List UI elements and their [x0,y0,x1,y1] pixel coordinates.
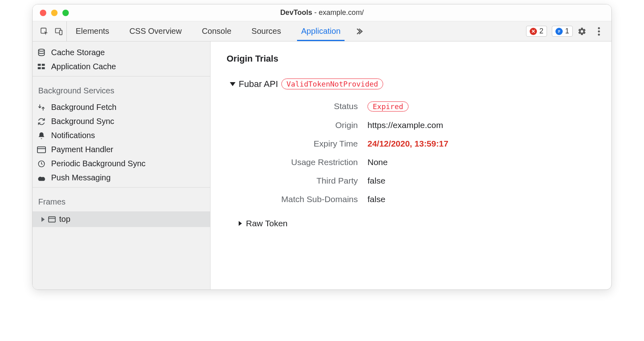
trial-details: Status Expired Origin https://example.co… [247,101,595,204]
application-sidebar: Cache Storage Application Cache Backgrou… [33,41,211,289]
sidebar-item-push-messaging[interactable]: Push Messaging [33,171,210,185]
database-icon [37,48,46,57]
label-match-subdomains: Match Sub-Domains [247,194,367,204]
error-counter[interactable]: ✕ 2 [526,26,547,37]
page-title: Origin Trials [227,54,595,64]
sidebar-item-cache-storage[interactable]: Cache Storage [33,45,210,60]
tab-console[interactable]: Console [198,21,235,41]
svg-rect-12 [42,64,45,66]
issues-icon [555,28,563,35]
svg-rect-15 [37,147,45,153]
expand-triangle-icon [41,217,45,222]
grid-icon [37,63,46,70]
value-origin: https://example.com [367,120,595,130]
sidebar-item-label: Payment Handler [51,145,114,154]
svg-rect-14 [42,67,45,69]
kebab-menu-icon[interactable] [594,27,603,36]
window-minimize-button[interactable] [51,10,58,16]
raw-token-row[interactable]: Raw Token [227,219,595,228]
sidebar-item-background-fetch[interactable]: Background Fetch [33,100,210,114]
svg-rect-6 [558,32,559,33]
frame-name: top [59,215,70,224]
sidebar-header-frames: Frames [33,190,210,211]
window-title: DevTools - example.com/ [33,8,611,17]
svg-rect-11 [38,64,41,66]
window-title-suffix: example.com/ [319,8,364,17]
sidebar-item-label: Application Cache [51,62,116,71]
workspace: Cache Storage Application Cache Backgrou… [33,41,611,289]
sync-icon [37,118,46,126]
more-tabs-button[interactable] [352,21,366,41]
value-usage-restriction: None [367,157,595,167]
window-maximize-button[interactable] [62,10,69,16]
error-count: 2 [539,27,543,35]
sidebar-item-label: Cache Storage [51,48,105,57]
value-status: Expired [367,101,595,112]
main-toolbar: Elements CSS Overview Console Sources Ap… [33,21,611,41]
status-expired-badge: Expired [367,101,409,112]
sidebar-item-payment-handler[interactable]: Payment Handler [33,143,210,157]
label-origin: Origin [247,120,367,130]
sidebar-item-periodic-background-sync[interactable]: Periodic Background Sync [33,157,210,171]
window-close-button[interactable] [40,10,46,16]
device-toolbar-icon[interactable] [54,27,63,36]
frame-icon [48,216,56,223]
credit-card-icon [37,146,46,153]
fetch-icon [37,103,46,112]
expand-triangle-icon [239,221,242,226]
svg-rect-13 [38,67,41,69]
sidebar-header-background-services: Background Services [33,79,210,100]
main-content: Origin Trials Fubar API ValidTokenNotPro… [211,41,611,289]
svg-point-8 [598,30,600,32]
sidebar-item-label: Notifications [51,131,95,140]
error-icon: ✕ [530,28,537,35]
svg-point-10 [39,49,45,51]
trial-status-badge: ValidTokenNotProvided [281,79,384,89]
svg-point-9 [598,33,600,35]
sidebar-item-application-cache[interactable]: Application Cache [33,60,210,74]
sidebar-item-label: Background Sync [51,117,114,126]
cloud-icon [37,175,46,181]
raw-token-label: Raw Token [246,219,288,228]
origin-trial-row[interactable]: Fubar API ValidTokenNotProvided [227,79,595,89]
value-third-party: false [367,176,595,186]
label-usage-restriction: Usage Restriction [247,157,367,167]
window-title-prefix: DevTools [280,8,312,17]
value-match-subdomains: false [367,194,595,204]
tab-elements[interactable]: Elements [72,21,113,41]
trial-name: Fubar API [239,79,278,89]
sidebar-item-label: Periodic Background Sync [51,159,146,168]
sidebar-item-background-sync[interactable]: Background Sync [33,114,210,128]
issues-count: 1 [565,27,569,35]
tab-application[interactable]: Application [297,21,345,41]
sidebar-item-label: Push Messaging [51,173,111,182]
tab-css-overview[interactable]: CSS Overview [125,21,186,41]
svg-rect-2 [60,30,62,35]
inspect-element-icon[interactable] [40,27,49,36]
svg-rect-4 [558,30,560,31]
sidebar-item-frame-top[interactable]: top [33,211,210,227]
sidebar-item-label: Background Fetch [51,103,116,112]
sidebar-item-notifications[interactable]: Notifications [33,128,210,143]
label-expiry-time: Expiry Time [247,139,367,149]
traffic-lights [40,10,69,16]
label-third-party: Third Party [247,176,367,186]
label-status: Status [247,101,367,112]
panel-tabs: Elements CSS Overview Console Sources Ap… [72,21,345,41]
titlebar: DevTools - example.com/ [33,4,611,21]
svg-rect-18 [49,217,56,222]
svg-point-7 [598,27,600,29]
bell-icon [37,132,46,140]
issues-counter[interactable]: 1 [552,26,573,37]
clock-icon [37,160,46,168]
svg-rect-5 [558,31,560,32]
value-expiry-time: 24/12/2020, 13:59:17 [367,139,595,149]
settings-icon[interactable] [578,27,586,36]
devtools-window: DevTools - example.com/ Elements CSS [32,4,612,290]
collapse-triangle-icon [230,82,235,86]
tab-sources[interactable]: Sources [248,21,285,41]
